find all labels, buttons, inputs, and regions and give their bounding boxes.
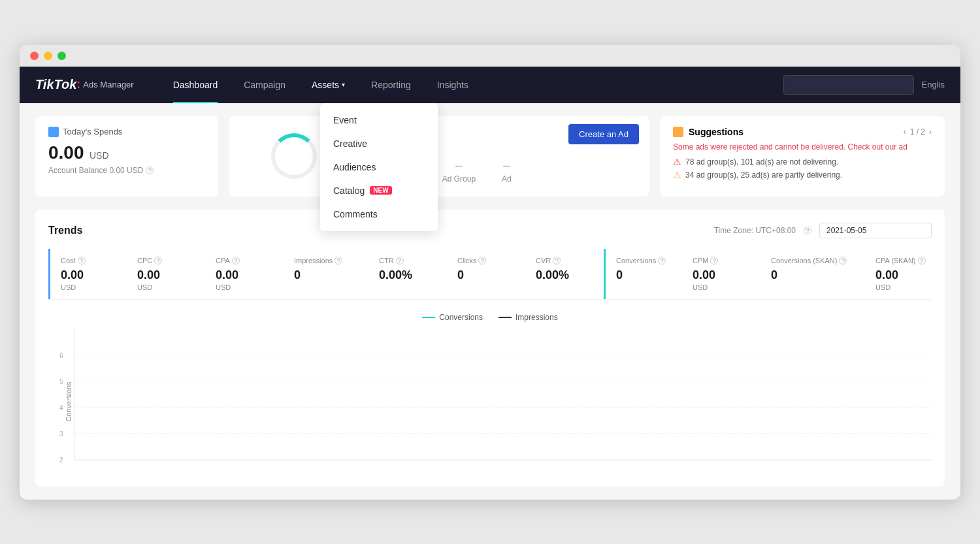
cpa-info-icon[interactable]: ?: [232, 257, 240, 264]
dropdown-catalog[interactable]: Catalog NEW: [320, 179, 438, 202]
y-axis-label: Conversions: [65, 381, 73, 421]
prev-page-icon[interactable]: ‹: [904, 127, 906, 136]
nav-reporting[interactable]: Reporting: [358, 67, 424, 103]
suggestions-icon: [673, 127, 683, 137]
grid-line-2: 2: [75, 459, 932, 460]
metrics-row: Cost ? 0.00 USD CPC ? 0.00 USD C: [48, 249, 932, 300]
metric-cvr-label: CVR ?: [536, 257, 593, 264]
grid-line-4: 4: [75, 407, 932, 408]
dropdown-comments[interactable]: Comments: [320, 202, 438, 226]
timezone-info-icon[interactable]: ?: [804, 227, 811, 234]
close-btn[interactable]: [30, 52, 39, 60]
impressions-info-icon[interactable]: ?: [335, 257, 342, 264]
metric-cpa-unit: USD: [216, 283, 272, 291]
metric-conversions-label: Conversions ?: [616, 257, 671, 264]
grid-line-6: 6: [75, 355, 932, 355]
nav-dashboard[interactable]: Dashboard: [160, 67, 231, 103]
search-input[interactable]: [783, 75, 914, 95]
cost-info-icon[interactable]: ?: [78, 257, 86, 264]
logo-colon: :: [76, 78, 80, 91]
cpm-info-icon[interactable]: ?: [710, 257, 718, 264]
minimize-btn[interactable]: [44, 52, 52, 60]
metric-cost-unit: USD: [61, 283, 116, 291]
nav-items: Dashboard Campaign Assets ▾ Reporting In…: [160, 67, 783, 103]
metric-cpm-value: 0.00: [693, 268, 749, 282]
metric-conv-skan-label: Conversions (SKAN) ?: [771, 257, 854, 264]
spend-currency: USD: [90, 150, 109, 161]
suggestions-card: Suggestions ‹ 1 / 2 › Some ads were reje…: [660, 116, 945, 197]
cpa-skan-info-icon[interactable]: ?: [918, 257, 926, 264]
chart-area: Conversions 6 5 4 3 2: [74, 330, 932, 473]
metric-cost-label: Cost ?: [61, 257, 116, 264]
date-input[interactable]: [819, 223, 932, 238]
trends-title: Trends: [48, 225, 82, 236]
assets-chevron-icon: ▾: [342, 81, 345, 88]
ad-group-count: – Ad Group: [442, 157, 476, 184]
metric-cpm-label: CPM ?: [693, 257, 749, 264]
catalog-new-badge: NEW: [370, 186, 391, 195]
app-window: TikTok: Ads Manager Dashboard Campaign A…: [20, 45, 960, 500]
metric-impressions-label: Impressions ?: [294, 257, 357, 264]
nav-campaign[interactable]: Campaign: [231, 67, 299, 103]
assets-dropdown: Event Creative Audiences Catalog NEW Com…: [320, 103, 438, 231]
metric-ctr-label: CTR ?: [379, 257, 436, 264]
dropdown-audiences[interactable]: Audiences: [320, 155, 438, 179]
spend-amount-row: 0.00 USD: [48, 142, 205, 163]
balance-info-icon[interactable]: ?: [146, 167, 154, 174]
spend-balance: Account Balance 0.00 USD ?: [48, 166, 205, 175]
nav-insights[interactable]: Insights: [424, 67, 482, 103]
metric-cpa-skan-unit: USD: [875, 283, 932, 291]
metric-ctr: CTR ? 0.00%: [368, 249, 447, 299]
metric-cvr-value: 0.00%: [536, 268, 593, 282]
metric-cpa-skan: CPA (SKAN) ? 0.00 USD: [865, 249, 932, 299]
conv-skan-info-icon[interactable]: ?: [839, 257, 847, 264]
metric-cpm: CPM ? 0.00 USD: [682, 249, 760, 299]
dropdown-event[interactable]: Event: [320, 108, 438, 132]
top-row: Today's Spends 0.00 USD Account Balance …: [35, 116, 945, 197]
next-page-icon[interactable]: ›: [929, 127, 932, 136]
metric-conversions: Conversions ? 0: [604, 249, 682, 299]
red-warning-icon: ⚠: [673, 157, 681, 167]
metric-conv-skan-value: 0: [771, 268, 854, 282]
cpc-info-icon[interactable]: ?: [154, 257, 162, 264]
metric-cpm-unit: USD: [693, 283, 749, 291]
conversions-info-icon[interactable]: ?: [658, 257, 666, 264]
grid-line-3: 3: [75, 433, 932, 434]
spend-amount: 0.00: [48, 142, 84, 163]
legend-conversions: Conversions: [422, 313, 483, 322]
metric-conversions-value: 0: [616, 268, 671, 282]
ad-count: – Ad: [502, 157, 512, 184]
trends-right: Time Zone: UTC+08:00 ?: [714, 223, 932, 238]
chart-grid: 6 5 4 3 2: [74, 330, 932, 460]
nav-assets[interactable]: Assets ▾: [299, 67, 358, 103]
metric-cpa-label: CPA ?: [216, 257, 272, 264]
logo: TikTok: Ads Manager: [35, 77, 134, 92]
warning-item-2: ⚠ 34 ad group(s), 25 ad(s) are partly de…: [673, 170, 932, 180]
maximize-btn[interactable]: [57, 52, 66, 60]
ctr-info-icon[interactable]: ?: [396, 257, 404, 264]
conversions-legend-line: [422, 317, 435, 318]
metric-cpa: CPA ? 0.00 USD: [205, 249, 284, 299]
metric-conversions-skan: Conversions (SKAN) ? 0: [760, 249, 865, 299]
metric-cost: Cost ? 0.00 USD: [48, 249, 127, 299]
spend-icon: [48, 127, 59, 137]
create-ad-button[interactable]: Create an Ad: [568, 124, 639, 144]
dropdown-creative[interactable]: Creative: [320, 132, 438, 155]
metric-cpc: CPC ? 0.00 USD: [127, 249, 205, 299]
trends-header: Trends Time Zone: UTC+08:00 ?: [48, 223, 932, 238]
language-selector[interactable]: Englis: [922, 80, 945, 89]
metric-impressions: Impressions ? 0: [284, 249, 368, 299]
chart-legend: Conversions Impressions: [48, 313, 932, 322]
metric-cpa-skan-value: 0.00: [875, 268, 932, 282]
logo-tiktok: TikTok: [35, 77, 76, 92]
impressions-legend-line: [498, 317, 512, 318]
suggestions-nav: ‹ 1 / 2 ›: [904, 127, 932, 136]
suggestions-header: Suggestions ‹ 1 / 2 ›: [673, 127, 932, 137]
cvr-info-icon[interactable]: ?: [553, 257, 561, 264]
metric-cpa-skan-label: CPA (SKAN) ?: [875, 257, 932, 264]
metric-clicks: Clicks ? 0: [447, 249, 525, 299]
clicks-info-icon[interactable]: ?: [478, 257, 486, 264]
suggestions-description: Some ads were rejected and cannot be del…: [673, 142, 932, 152]
metric-cpc-value: 0.00: [137, 268, 194, 282]
spend-title: Today's Spends: [48, 127, 205, 137]
